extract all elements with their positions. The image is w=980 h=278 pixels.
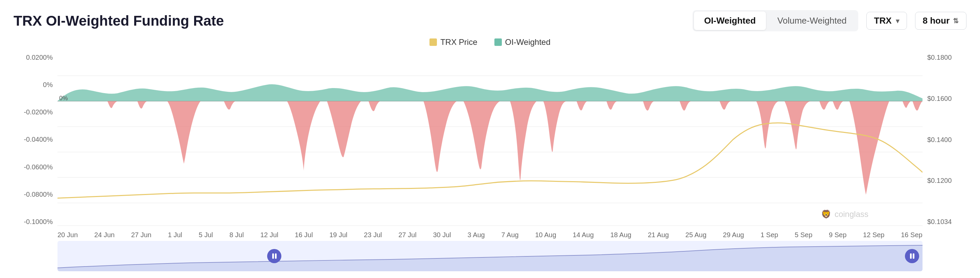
x-label-18: 25 Aug <box>686 231 706 239</box>
legend-dot-oi <box>495 38 502 46</box>
legend-label-price: TRX Price <box>440 38 477 47</box>
x-label-15: 14 Aug <box>573 231 594 239</box>
y-right-3: $0.1200 <box>927 177 966 185</box>
x-label-14: 10 Aug <box>535 231 556 239</box>
legend-trx-price: TRX Price <box>430 38 477 47</box>
x-label-24: 16 Sep <box>901 231 922 239</box>
x-label-6: 12 Jul <box>260 231 278 239</box>
sort-icon: ⇅ <box>953 17 959 25</box>
main-chart: 0.0200% 0% -0.0200% -0.0400% -0.0600% -0… <box>14 50 966 229</box>
x-label-9: 23 Jul <box>364 231 382 239</box>
x-label-2: 27 Jun <box>131 231 151 239</box>
x-label-13: 7 Aug <box>501 231 519 239</box>
watermark-icon: 🦁 <box>821 210 831 219</box>
svg-text:0%: 0% <box>59 95 68 101</box>
interval-selector[interactable]: 8 hour ⇅ <box>915 12 966 30</box>
y-axis-right: $0.1800 $0.1600 $0.1400 $0.1200 $0.1034 <box>923 50 966 229</box>
y-axis-left: 0.0200% 0% -0.0200% -0.0400% -0.0600% -0… <box>14 50 57 229</box>
mini-chart-pause-left[interactable] <box>267 249 282 263</box>
x-label-1: 24 Jun <box>94 231 115 239</box>
tab-oi-weighted[interactable]: OI-Weighted <box>694 11 766 30</box>
x-label-10: 27 Jul <box>398 231 416 239</box>
legend-dot-price <box>430 38 437 46</box>
x-label-21: 5 Sep <box>795 231 812 239</box>
x-axis: 20 Jun 24 Jun 27 Jun 1 Jul 5 Jul 8 Jul 1… <box>14 229 966 239</box>
y-left-5: -0.0800% <box>14 191 53 198</box>
asset-label: TRX <box>874 16 892 26</box>
x-label-23: 12 Sep <box>863 231 884 239</box>
x-label-12: 3 Aug <box>468 231 485 239</box>
y-left-3: -0.0400% <box>14 136 53 144</box>
x-label-19: 29 Aug <box>723 231 744 239</box>
watermark-text: coinglass <box>835 210 869 219</box>
chevron-down-icon: ▾ <box>896 17 899 25</box>
coinglass-watermark: 🦁 coinglass <box>821 210 869 219</box>
x-label-7: 16 Jul <box>295 231 313 239</box>
x-label-8: 19 Jul <box>329 231 347 239</box>
x-label-16: 18 Aug <box>610 231 632 239</box>
y-right-0: $0.1800 <box>927 54 966 62</box>
y-left-4: -0.0600% <box>14 163 53 171</box>
chart-svg-container: 0% 🦁 coinglass <box>57 50 923 229</box>
page-title: TRX OI-Weighted Funding Rate <box>14 13 224 29</box>
pause-icon-right <box>910 253 915 259</box>
mini-chart-pause-right[interactable] <box>905 249 919 263</box>
legend: TRX Price OI-Weighted <box>14 38 966 47</box>
pause-icon-left <box>272 253 277 259</box>
chart-area: TRX Price OI-Weighted 0.0200% 0% -0.0200… <box>14 38 966 271</box>
controls-group: OI-Weighted Volume-Weighted TRX ▾ 8 hour… <box>692 10 966 32</box>
x-label-22: 9 Sep <box>829 231 846 239</box>
weighting-tabs: OI-Weighted Volume-Weighted <box>692 10 858 32</box>
x-label-0: 20 Jun <box>57 231 78 239</box>
mini-chart[interactable] <box>57 241 923 271</box>
y-right-1: $0.1600 <box>927 95 966 103</box>
interval-label: 8 hour <box>923 16 950 26</box>
legend-label-oi: OI-Weighted <box>505 38 550 47</box>
x-label-11: 30 Jul <box>433 231 451 239</box>
tab-volume-weighted[interactable]: Volume-Weighted <box>767 11 857 30</box>
y-left-6: -0.1000% <box>14 218 53 226</box>
y-left-1: 0% <box>14 81 53 89</box>
y-left-2: -0.0200% <box>14 108 53 116</box>
x-label-5: 8 Jul <box>230 231 244 239</box>
y-left-0: 0.0200% <box>14 54 53 62</box>
asset-dropdown[interactable]: TRX ▾ <box>866 12 907 30</box>
mini-chart-wrapper <box>14 241 966 271</box>
x-label-17: 21 Aug <box>648 231 669 239</box>
x-label-4: 5 Jul <box>199 231 213 239</box>
x-label-20: 1 Sep <box>760 231 778 239</box>
legend-oi-weighted: OI-Weighted <box>495 38 550 47</box>
y-right-2: $0.1400 <box>927 136 966 144</box>
x-label-3: 1 Jul <box>168 231 182 239</box>
y-right-4: $0.1034 <box>927 218 966 226</box>
